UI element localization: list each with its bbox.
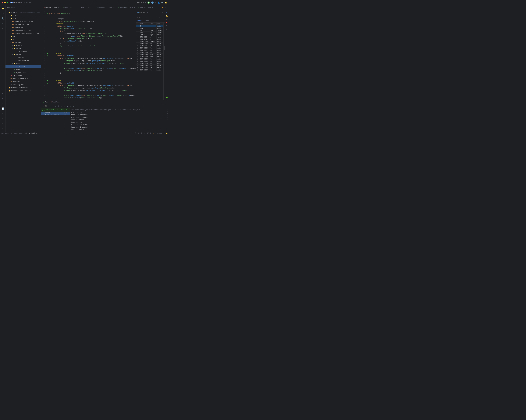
run-tests-button[interactable]: ▶: [48, 105, 51, 108]
tree-item-test[interactable]: ▾ 📁 test: [6, 62, 41, 65]
breadcrumb-test1[interactable]: test: [18, 133, 22, 134]
tree-item-webstudy[interactable]: ▾ 📁 WebStudy ~/Desktop/CS/JavaEE/1 JavaW…: [6, 11, 41, 14]
cell-sid[interactable]: 1: [139, 25, 149, 27]
cell-sex[interactable]: female: [156, 29, 163, 31]
tree-item-external-libraries[interactable]: ▸ 📁 External Libraries: [6, 86, 41, 89]
testmain-tab[interactable]: © TestMain ✕: [50, 100, 63, 104]
chevron-down-icon[interactable]: ▾: [21, 2, 22, 3]
sidebar-more-icon[interactable]: ⋯: [0, 26, 5, 31]
cell-sex[interactable]: male: [156, 42, 163, 45]
table-row[interactable]: 14 199013130 small male: [136, 53, 163, 56]
sidebar-todo-icon[interactable]: ✓: [0, 116, 5, 121]
cell-sid[interactable]: 199013134: [139, 60, 149, 62]
tab-close-button[interactable]: ✕: [73, 7, 75, 9]
cell-sex[interactable]: male: [156, 62, 163, 65]
cell-sex[interactable]: male: [156, 47, 163, 49]
tree-item-mapper[interactable]: ▾ 📁 mapper: [6, 47, 41, 50]
cell-name[interactable]: Tom: [149, 69, 156, 71]
table-row[interactable]: 6 34234233 An female: [136, 36, 163, 38]
tree-item-testmain[interactable]: ▸ © TestMain: [6, 65, 41, 68]
table-row[interactable]: 5 3423423 Angela male: [136, 34, 163, 36]
breadcrumb-test2[interactable]: test: [24, 133, 27, 134]
position-indicator[interactable]: 60:43: [138, 133, 142, 134]
settings-button[interactable]: ≡: [63, 105, 66, 108]
cell-sid[interactable]: 199013125: [139, 45, 149, 47]
run-tab[interactable]: ▶ Run: [42, 100, 49, 104]
minimize-button[interactable]: —: [165, 101, 168, 103]
settings-icon[interactable]: ⚙: [155, 1, 156, 4]
cell-sex[interactable]: male: [156, 51, 163, 53]
coverage-button[interactable]: ✓: [51, 105, 54, 108]
plugins-icon[interactable]: 🧩: [165, 96, 168, 99]
chevron-up-icon[interactable]: ▴: [165, 7, 166, 9]
sidebar-debug-icon[interactable]: ◉: [0, 96, 5, 101]
run-button[interactable]: [148, 1, 150, 4]
rerun-button[interactable]: ↻: [42, 105, 44, 108]
tab-close-button[interactable]: ✕: [134, 7, 136, 9]
table-row[interactable]: 20 199013137 Tom male: [136, 67, 163, 69]
cell-name[interactable]: Tom: [149, 45, 156, 47]
table-row[interactable]: 18 199013135 Tom male: [136, 62, 163, 65]
cell-sex[interactable]: male: [156, 53, 163, 56]
minimize-button[interactable]: [4, 2, 6, 3]
tree-item-com-test[interactable]: ▾ 📦 com.test: [6, 41, 41, 44]
tree-item-proxy[interactable]: ▾ 📁 proxy: [6, 53, 41, 56]
cell-name[interactable]: Tom: [149, 49, 156, 51]
col-sex[interactable]: sex: [156, 22, 163, 25]
clear-console-button[interactable]: ✕: [167, 119, 169, 121]
cell-sid[interactable]: 199013127: [139, 49, 149, 51]
cell-name[interactable]: Jo: [149, 38, 156, 40]
cell-sex[interactable]: male: [156, 45, 163, 47]
sidebar-coverage-icon[interactable]: ◎: [0, 101, 5, 106]
table-row[interactable]: 21 199013138 Tom male: [136, 69, 163, 71]
cell-sex[interactable]: male: [156, 67, 163, 69]
scroll-top-button[interactable]: ▲: [167, 109, 169, 110]
breadcrumb-testmain[interactable]: ◉ TestMain: [29, 133, 37, 134]
cell-name[interactable]: EyeYes: [149, 40, 156, 42]
table-row[interactable]: 13 199013128 Tom male: [136, 51, 163, 53]
cell-sid[interactable]: 199013124: [139, 42, 149, 45]
tree-item-mybatis[interactable]: ▸ 📦 mybatis-3.5.13.jar: [6, 29, 41, 32]
table-row[interactable]: 4 12312 Sam female: [136, 31, 163, 34]
tab-close-button[interactable]: ✕: [60, 101, 62, 103]
refresh-button[interactable]: ↻: [142, 16, 144, 19]
table-row[interactable]: 11 199013126 Tom male: [136, 47, 163, 49]
export-button[interactable]: ⊞: [72, 105, 75, 108]
cell-sid[interactable]: 100: [139, 27, 149, 29]
cell-sid[interactable]: 12312: [139, 31, 149, 34]
close-button[interactable]: [2, 2, 3, 3]
orderby-filter[interactable]: ↕ ORDER BY: [143, 20, 151, 21]
cell-name[interactable]: small: [149, 53, 156, 56]
cell-name[interactable]: Tom: [149, 42, 156, 45]
maximize-button[interactable]: [7, 2, 8, 3]
cell-sex[interactable]: male: [156, 27, 163, 29]
tree-item-idea[interactable]: ▸ 📁 .idea: [6, 14, 41, 17]
chevron-down-icon[interactable]: ▾: [32, 2, 32, 3]
account-icon[interactable]: 👤: [158, 1, 160, 4]
cell-name[interactable]: Tom: [149, 67, 156, 69]
db-more-button[interactable]: ⋯: [161, 11, 164, 14]
sidebar-terminal-icon[interactable]: ⊡: [0, 111, 5, 116]
tree-item-shopper[interactable]: ▸ © Shopper: [6, 56, 41, 59]
cell-sid[interactable]: 199013137: [139, 67, 149, 69]
gradle-icon[interactable]: G: [165, 28, 168, 31]
tree-item-mybatis-config[interactable]: ▸ </> mybatis-config.xml: [6, 77, 41, 80]
maven-icon[interactable]: M: [165, 24, 168, 27]
tree-item-webstudy-iml[interactable]: ▸ ⊡ WebStudy.iml: [6, 83, 41, 86]
table-row[interactable]: 12 199013127 Tom male: [136, 49, 163, 51]
console-settings-button[interactable]: ⚙: [167, 117, 169, 119]
cell-sex[interactable]: male: [156, 34, 163, 36]
cell-name[interactable]: Tom: [149, 65, 156, 67]
db-tool-icon[interactable]: 🗄: [165, 11, 168, 14]
table-row[interactable]: 7 199012312 Jo male: [136, 38, 163, 40]
cell-sid[interactable]: 199013138: [139, 69, 149, 71]
cell-sid[interactable]: 199013128: [139, 51, 149, 53]
structure-icon[interactable]: ⊞: [165, 18, 168, 20]
cell-sex[interactable]: male: [156, 40, 163, 42]
db-table-container[interactable]: sid : name : sex 1 1 t male 2 100 li mal…: [136, 22, 163, 100]
cell-sid[interactable]: 199013136: [139, 65, 149, 67]
tree-item-junit[interactable]: ▸ 📦 junit-4.13.2.jar: [6, 23, 41, 26]
table-row[interactable]: 10 199013125 Tom male: [136, 45, 163, 47]
import-button[interactable]: ⊕: [69, 105, 72, 108]
add-row-button[interactable]: +: [145, 16, 148, 19]
